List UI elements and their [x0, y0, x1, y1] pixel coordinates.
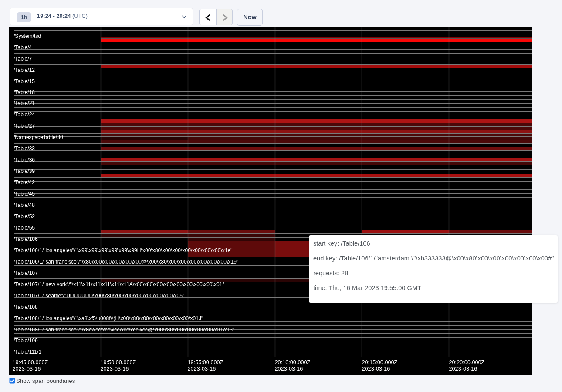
svg-text:/System/tsd: /System/tsd	[14, 33, 41, 39]
svg-text:20:10:00.000Z: 20:10:00.000Z	[275, 359, 311, 365]
svg-text:/Table/108/1/"los angeles"/"\x: /Table/108/1/"los angeles"/"\xa8\xf5\u00…	[14, 315, 203, 321]
svg-text:2023-03-16: 2023-03-16	[13, 366, 41, 372]
svg-text:/Table/18: /Table/18	[14, 89, 35, 95]
svg-text:/Table/12: /Table/12	[14, 67, 35, 73]
svg-text:2023-03-16: 2023-03-16	[362, 366, 390, 372]
svg-text:19:55:00.000Z: 19:55:00.000Z	[188, 359, 223, 365]
svg-text:/Table/42: /Table/42	[14, 179, 35, 186]
svg-text:/Table/52: /Table/52	[14, 213, 35, 220]
svg-text:/Table/24: /Table/24	[14, 112, 35, 118]
svg-text:/Table/39: /Table/39	[14, 168, 35, 174]
svg-text:20:15:00.000Z: 20:15:00.000Z	[362, 359, 398, 365]
svg-text:/Table/7: /Table/7	[14, 56, 32, 62]
svg-text:/Table/33: /Table/33	[14, 145, 35, 152]
svg-text:19:45:00.000Z: 19:45:00.000Z	[13, 359, 48, 365]
svg-text:/Table/109: /Table/109	[14, 338, 38, 344]
svg-text:/Table/55: /Table/55	[14, 225, 35, 231]
svg-text:/Table/36: /Table/36	[14, 157, 35, 163]
svg-text:/Table/106/1/"los angeles"/"\x: /Table/106/1/"los angeles"/"\x99\x99\x99…	[14, 247, 233, 253]
svg-text:/Table/111/1: /Table/111/1	[14, 349, 41, 355]
svg-text:/Table/106: /Table/106	[14, 236, 38, 242]
svg-text:/Table/45: /Table/45	[14, 191, 35, 197]
svg-text:/Table/21: /Table/21	[14, 100, 35, 106]
svg-text:/Table/27: /Table/27	[14, 123, 35, 129]
svg-text:/Table/108/1/"san francisco"/": /Table/108/1/"san francisco"/"\x8c\xcc\x…	[14, 327, 234, 333]
svg-text:/Table/107/1/"new york"/"\x11\: /Table/107/1/"new york"/"\x11\x11\x11\x1…	[14, 281, 224, 287]
svg-text:2023-03-16: 2023-03-16	[188, 366, 216, 372]
svg-text:/Table/15: /Table/15	[14, 78, 35, 84]
svg-text:2023-03-16: 2023-03-16	[101, 366, 129, 372]
svg-text:2023-03-16: 2023-03-16	[449, 366, 477, 372]
svg-text:20:20:00.000Z: 20:20:00.000Z	[449, 359, 485, 365]
svg-text:/NamespaceTable/30: /NamespaceTable/30	[14, 134, 63, 140]
svg-text:/Table/48: /Table/48	[14, 202, 35, 208]
svg-text:/Table/106/1/"san francisco"/": /Table/106/1/"san francisco"/"\x80\x00\x…	[14, 259, 238, 265]
svg-text:2023-03-16: 2023-03-16	[275, 366, 303, 372]
svg-text:/Table/4: /Table/4	[14, 44, 32, 51]
svg-text:/Table/107: /Table/107	[14, 270, 38, 276]
svg-text:/Table/107/1/"seattle"/"UUUUUU: /Table/107/1/"seattle"/"UUUUUUD\x00\x80\…	[14, 293, 184, 299]
svg-text:19:50:00.000Z: 19:50:00.000Z	[101, 359, 136, 365]
svg-text:/Table/108: /Table/108	[14, 304, 38, 310]
